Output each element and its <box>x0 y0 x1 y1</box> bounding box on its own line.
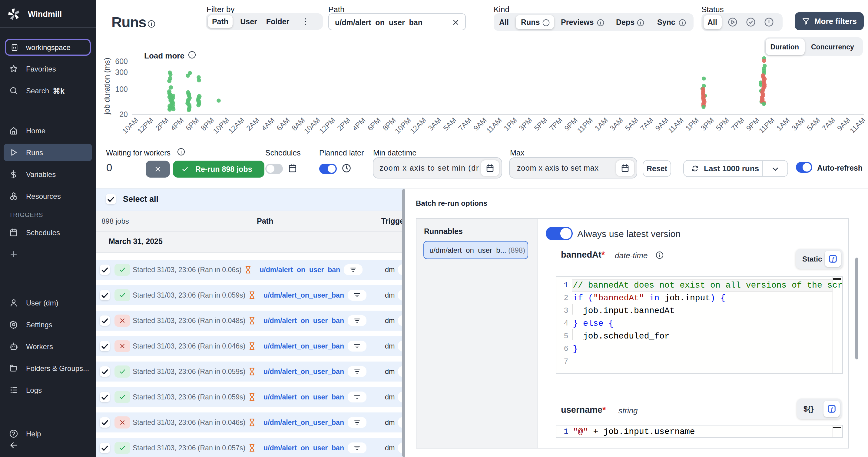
svg-text:4PM: 4PM <box>169 116 185 132</box>
svg-text:3AM: 3AM <box>427 116 443 132</box>
svg-text:12PM: 12PM <box>317 116 337 135</box>
svg-text:10PM: 10PM <box>211 116 230 135</box>
svg-text:10AM: 10AM <box>302 116 321 135</box>
svg-text:6PM: 6PM <box>366 116 382 132</box>
svg-text:f: f <box>831 406 834 412</box>
svg-text:11AM: 11AM <box>666 116 685 135</box>
svg-text:20: 20 <box>119 110 128 118</box>
svg-text:11AM: 11AM <box>848 116 867 135</box>
svg-text:11AM: 11AM <box>485 116 503 135</box>
svg-text:f: f <box>832 256 835 262</box>
svg-text:10PM: 10PM <box>393 116 412 135</box>
svg-text:3PM: 3PM <box>517 116 534 132</box>
svg-text:7AM: 7AM <box>639 116 655 132</box>
svg-text:4AM: 4AM <box>260 116 276 132</box>
svg-text:600: 600 <box>115 57 128 65</box>
svg-text:1PM: 1PM <box>684 116 700 132</box>
svg-text:3AM: 3AM <box>790 116 806 132</box>
svg-text:7AM: 7AM <box>820 116 837 132</box>
svg-text:6PM: 6PM <box>184 116 200 132</box>
svg-text:3AM: 3AM <box>608 116 624 132</box>
svg-text:5AM: 5AM <box>805 116 822 132</box>
svg-text:12PM: 12PM <box>136 116 155 135</box>
svg-text:11PM: 11PM <box>576 116 594 135</box>
svg-text:12AM: 12AM <box>226 116 246 135</box>
svg-text:3PM: 3PM <box>699 116 715 132</box>
svg-text:4PM: 4PM <box>351 116 367 132</box>
svg-text:5AM: 5AM <box>623 116 640 132</box>
svg-text:5PM: 5PM <box>714 116 731 132</box>
svg-text:job duration (ms): job duration (ms) <box>103 58 111 115</box>
svg-text:5AM: 5AM <box>441 116 458 132</box>
svg-text:6AM: 6AM <box>275 116 291 132</box>
svg-text:7AM: 7AM <box>457 116 473 132</box>
svg-text:12AM: 12AM <box>408 116 427 135</box>
svg-text:7PM: 7PM <box>729 116 746 132</box>
svg-text:1AM: 1AM <box>593 116 609 132</box>
svg-text:2PM: 2PM <box>336 116 352 132</box>
svg-text:11PM: 11PM <box>757 116 776 135</box>
svg-text:2PM: 2PM <box>154 116 170 132</box>
svg-text:10AM: 10AM <box>121 116 140 135</box>
svg-text:300: 300 <box>115 68 128 76</box>
svg-text:1AM: 1AM <box>775 116 791 132</box>
svg-text:1PM: 1PM <box>502 116 519 132</box>
svg-text:100: 100 <box>115 85 128 93</box>
svg-text:2AM: 2AM <box>245 116 261 132</box>
svg-text:5PM: 5PM <box>532 116 549 132</box>
svg-text:7PM: 7PM <box>548 116 564 132</box>
